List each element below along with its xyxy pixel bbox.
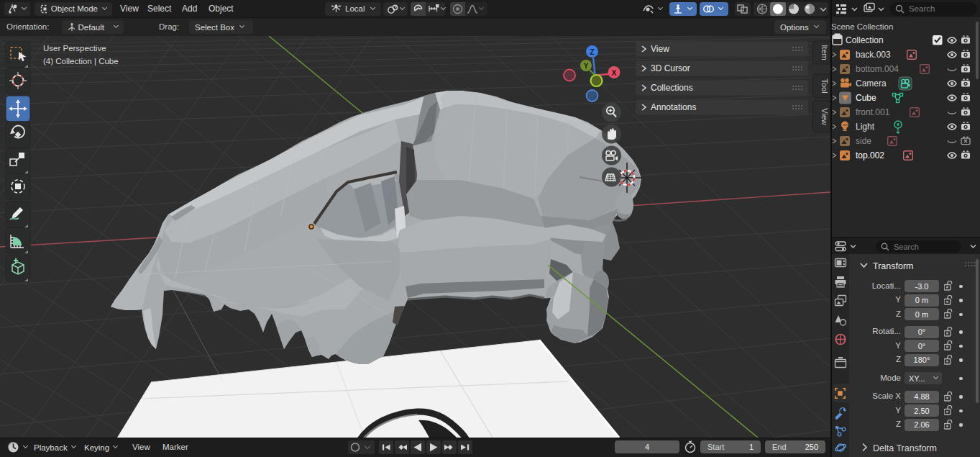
svg-text:front.001: front.001: [856, 107, 890, 117]
svg-text:back.003: back.003: [856, 50, 891, 60]
svg-text:bottom.004: bottom.004: [856, 64, 899, 74]
svg-text:View: View: [651, 44, 669, 54]
svg-text:3D Cursor: 3D Cursor: [651, 63, 690, 73]
svg-text:Annotations: Annotations: [651, 102, 696, 112]
svg-text:Collection: Collection: [846, 35, 884, 45]
svg-text:Item: Item: [820, 45, 829, 60]
svg-text:Tool: Tool: [820, 78, 829, 93]
svg-text:(4) Collection | Cube: (4) Collection | Cube: [43, 57, 119, 65]
svg-text:Delta Transform: Delta Transform: [873, 443, 937, 453]
svg-text:Light: Light: [856, 122, 875, 132]
svg-text:Camera: Camera: [856, 78, 887, 89]
svg-text:Transform: Transform: [873, 261, 914, 271]
svg-text:Y: Y: [583, 61, 588, 70]
svg-text:X: X: [611, 68, 616, 77]
svg-text:View: View: [820, 108, 829, 125]
svg-text:Cube: Cube: [856, 93, 876, 103]
svg-text:top.002: top.002: [856, 150, 884, 160]
svg-text:side: side: [856, 136, 871, 146]
svg-text:User Perspective: User Perspective: [43, 44, 106, 53]
svg-text:Z: Z: [590, 47, 595, 56]
svg-text:Collections: Collections: [651, 83, 693, 93]
